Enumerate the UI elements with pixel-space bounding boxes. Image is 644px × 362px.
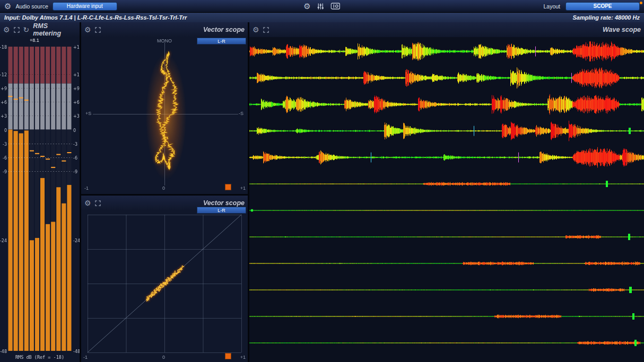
vector-bottom-mode-button[interactable]: L-R bbox=[197, 207, 246, 214]
wave-scope-panel: ⚙ Wave scope bbox=[249, 22, 644, 362]
sampling-rate-label: Sampling rate: 48000 Hz bbox=[572, 14, 640, 21]
vector-top-axis-max: +1 bbox=[240, 186, 246, 191]
toolbar-center-group: ⚙ bbox=[303, 2, 340, 10]
toolbar-left-group: ⚙ Audio source Hardware input bbox=[0, 2, 117, 11]
rms-panel-header: ⚙ ↻ RMS metering bbox=[0, 22, 80, 37]
vector-bottom-title: Vector scope bbox=[203, 199, 245, 207]
layout-label: Layout bbox=[543, 3, 560, 10]
wave-scope-canvas bbox=[249, 37, 644, 362]
wave-panel-header: ⚙ Wave scope bbox=[249, 22, 644, 37]
top-toolbar: ⚙ Audio source Hardware input ⚙ bbox=[0, 0, 644, 13]
audio-source-label: Audio source bbox=[15, 3, 48, 10]
notification-dot-icon bbox=[640, 2, 642, 4]
vector-scope-top-panel: ⚙ Vector scope L-R MONO +S -S -1 0 +1 bbox=[81, 22, 248, 194]
vector-bottom-axis-min: -1 bbox=[83, 355, 88, 360]
rms-fullscreen-icon[interactable] bbox=[14, 27, 20, 33]
rms-peak-readout: +8.1 bbox=[0, 38, 69, 43]
scope-button[interactable]: SCOPE bbox=[565, 2, 640, 11]
vector-top-title: Vector scope bbox=[203, 26, 245, 33]
vector-top-mono-label: MONO bbox=[157, 38, 172, 43]
vector-top-minus-s-label: -S bbox=[239, 111, 243, 116]
rms-reset-icon[interactable]: ↻ bbox=[23, 26, 30, 33]
vector-top-settings-gear-icon[interactable]: ⚙ bbox=[84, 26, 91, 33]
vector-top-header: ⚙ Vector scope bbox=[81, 22, 248, 37]
vector-bottom-canvas bbox=[81, 210, 248, 362]
rms-settings-gear-icon[interactable]: ⚙ bbox=[3, 26, 10, 33]
vector-scope-bottom-panel: ⚙ Vector scope L-R -1 0 +1 bbox=[81, 196, 248, 362]
vector-top-axis-zero: 0 bbox=[162, 186, 165, 191]
vector-bottom-settings-gear-icon[interactable]: ⚙ bbox=[84, 199, 91, 207]
app-root: ⚙ Audio source Hardware input ⚙ bbox=[0, 0, 644, 362]
hardware-input-button[interactable]: Hardware input bbox=[53, 2, 117, 11]
rms-meter-canvas bbox=[0, 37, 80, 357]
info-bar: Input: Dolby Atmos 7.1.4 | L-R-C-Lfe-Ls-… bbox=[0, 13, 644, 22]
vector-top-clip-indicator[interactable] bbox=[225, 184, 231, 190]
audio-source-gear-icon[interactable]: ⚙ bbox=[4, 2, 11, 10]
input-format-label: Input: Dolby Atmos 7.1.4 | L-R-C-Lfe-Ls-… bbox=[4, 14, 187, 21]
vector-top-fullscreen-icon[interactable] bbox=[95, 27, 101, 33]
main-area: ⚙ ↻ RMS metering +8.1 RMS dB (Ref = -18)… bbox=[0, 22, 644, 362]
wave-panel-title: Wave scope bbox=[603, 26, 641, 33]
mixer-faders-icon[interactable] bbox=[317, 3, 325, 10]
wave-fullscreen-icon[interactable] bbox=[263, 27, 269, 33]
vector-top-canvas bbox=[81, 37, 248, 194]
vector-bottom-axis-max: +1 bbox=[240, 355, 246, 360]
wave-settings-gear-icon[interactable]: ⚙ bbox=[253, 26, 259, 33]
rms-metering-panel: ⚙ ↻ RMS metering +8.1 RMS dB (Ref = -18) bbox=[0, 22, 80, 362]
toolbar-right-group: Layout SCOPE bbox=[543, 2, 640, 11]
vector-bottom-axis-zero: 0 bbox=[162, 355, 165, 360]
vector-bottom-fullscreen-icon[interactable] bbox=[95, 200, 101, 206]
vector-top-axis-min: -1 bbox=[84, 186, 89, 191]
rms-panel-title: RMS metering bbox=[33, 22, 76, 37]
io-routing-icon[interactable] bbox=[331, 3, 341, 10]
main-settings-gear-icon[interactable]: ⚙ bbox=[303, 2, 310, 10]
vector-bottom-clip-indicator[interactable] bbox=[225, 353, 231, 359]
rms-footer-label: RMS dB (Ref = -18) bbox=[0, 355, 80, 360]
vector-top-plus-s-label: +S bbox=[85, 111, 91, 116]
vector-top-mode-button[interactable]: L-R bbox=[197, 38, 246, 45]
